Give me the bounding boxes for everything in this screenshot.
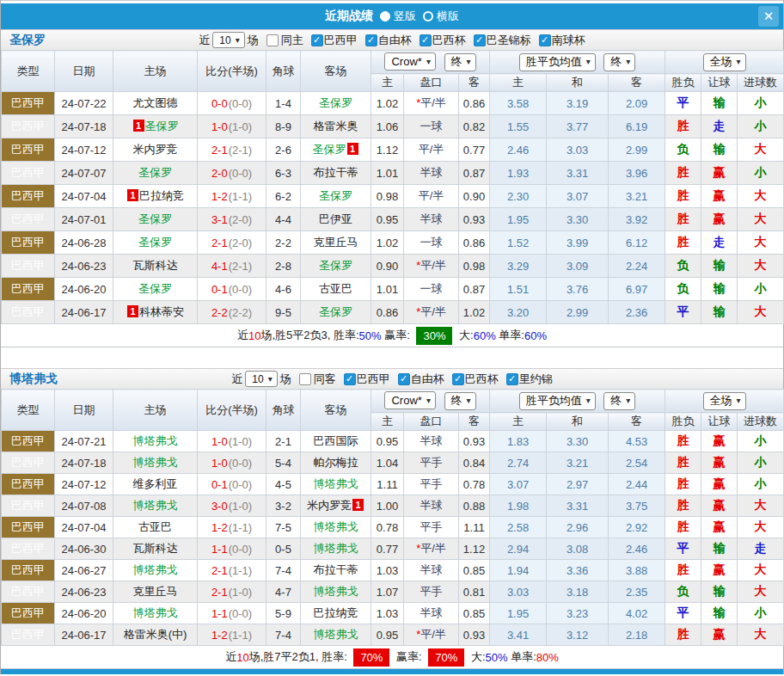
odds-home: 1.03 xyxy=(371,603,404,624)
mean-draw-odds: 3.09 xyxy=(547,255,609,278)
corner-score: 4-7 xyxy=(266,581,301,603)
match-row: 巴西甲24-06-28圣保罗2-1(2-0)2-2克里丘马1.02一球0.861… xyxy=(2,231,784,255)
league-checkbox[interactable]: ✓ xyxy=(452,373,464,385)
corner-score: 0-5 xyxy=(266,538,301,560)
match-type: 巴西甲 xyxy=(2,162,55,185)
league-checkbox[interactable]: ✓ xyxy=(365,34,377,46)
odds-source-select[interactable]: Crow* ▾ xyxy=(384,52,435,71)
mean-away-odds: 6.97 xyxy=(609,278,665,301)
odds-away: 0.87 xyxy=(459,162,490,185)
mean-away-odds: 3.75 xyxy=(609,495,665,517)
chevron-down-icon: ▾ xyxy=(737,58,741,66)
games-count-select[interactable]: 10 ▾ xyxy=(245,371,277,387)
games-count-select[interactable]: 10 ▾ xyxy=(212,32,244,48)
league-checkbox[interactable]: ✓ xyxy=(398,373,410,385)
subcol-odds-away: 客 xyxy=(459,74,490,92)
horizontal-layout-radio[interactable] xyxy=(423,11,433,22)
result-wdl: 负 xyxy=(665,278,701,301)
mean-time-select[interactable]: 终 ▾ xyxy=(603,392,635,410)
team-name: 巴西国际 xyxy=(314,434,358,447)
summary-segment: 场,胜7平2负1, 胜率: xyxy=(249,649,351,665)
subcol-mean-home: 主 xyxy=(490,74,547,92)
mean-time-select[interactable]: 终 ▾ xyxy=(603,53,635,71)
mean-type-select[interactable]: 胜平负均值 ▾ xyxy=(519,53,596,71)
league-checkbox[interactable]: ✓ xyxy=(539,34,551,46)
league-label: 巴西甲 xyxy=(357,372,390,387)
near-label: 近 xyxy=(199,33,210,48)
handicap-line: 一球 xyxy=(404,278,459,301)
mean-home-odds: 2.30 xyxy=(490,185,547,208)
odds-home: 1.06 xyxy=(371,115,404,138)
close-icon[interactable]: ✕ xyxy=(758,6,779,27)
result-handicap: 赢 xyxy=(701,452,738,474)
same-venue-checkbox[interactable] xyxy=(299,373,311,385)
vertical-layout-radio[interactable] xyxy=(380,11,390,22)
league-checkbox[interactable]: ✓ xyxy=(420,34,432,46)
result-goals: 小 xyxy=(738,431,784,452)
away-team: 布拉干蒂 xyxy=(301,560,371,581)
mean-time-value: 终 xyxy=(610,54,622,70)
chevron-down-icon: ▾ xyxy=(426,58,431,66)
match-row: 巴西甲24-06-20博塔弗戈1-1(0-0)5-9巴拉纳竞1.03半球0.85… xyxy=(2,603,784,624)
odds-time-select[interactable]: 终 ▾ xyxy=(444,392,476,410)
corner-score: 2-6 xyxy=(266,138,301,162)
mean-draw-odds: 3.08 xyxy=(547,538,609,560)
mean-type-select[interactable]: 胜平负均值 ▾ xyxy=(519,392,596,410)
away-team: 博塔弗戈 xyxy=(301,517,371,538)
match-date: 24-07-04 xyxy=(55,185,113,208)
mean-home-odds: 1.51 xyxy=(490,278,547,301)
scope-select[interactable]: 全场 ▾ xyxy=(703,392,746,410)
summary-segment: 大: xyxy=(468,649,485,665)
match-date: 24-07-04 xyxy=(55,517,113,538)
result-wdl: 平 xyxy=(665,301,701,324)
match-score: 2-1(1-0) xyxy=(198,581,266,603)
team-name: 瓦斯科达 xyxy=(133,259,178,272)
summary-segment: 单率: xyxy=(508,649,536,665)
match-score: 0-1(0-0) xyxy=(198,278,266,301)
scope-select[interactable]: 全场 ▾ xyxy=(703,53,746,71)
league-checkbox[interactable]: ✓ xyxy=(474,34,486,46)
mean-home-odds: 1.98 xyxy=(490,495,547,517)
result-handicap: 赢 xyxy=(701,495,738,517)
window-title: 近期战绩 xyxy=(325,9,373,24)
team-name: 博塔弗戈 xyxy=(133,606,178,619)
mean-away-odds: 2.92 xyxy=(609,517,665,538)
near-label: 近 xyxy=(231,372,242,387)
team-name: 圣保罗 xyxy=(313,143,346,156)
filter-bar: 博塔弗戈 近 10 ▾ 场 同客 ✓巴西甲✓自由杯✓巴西杯✓里约锦 xyxy=(1,368,783,389)
handicap-line: 一球 xyxy=(404,231,459,255)
away-team: 圣保罗 xyxy=(301,92,371,115)
away-team: 格雷米奥 xyxy=(301,115,371,138)
odds-source-select[interactable]: Crow* ▾ xyxy=(384,391,435,409)
odds-away: 0.85 xyxy=(459,560,490,581)
league-checkbox[interactable]: ✓ xyxy=(506,373,518,385)
home-team: 格雷米奥(中) xyxy=(113,624,198,646)
odds-home: 0.95 xyxy=(371,208,404,231)
odds-away: 1.12 xyxy=(459,538,490,560)
team-name: 巴拉纳竞 xyxy=(314,606,358,619)
result-wdl: 平 xyxy=(665,538,701,560)
col-away: 客场 xyxy=(301,390,371,431)
same-venue-checkbox[interactable] xyxy=(266,34,279,46)
mean-draw-odds: 3.21 xyxy=(547,452,609,474)
odds-home: 0.95 xyxy=(371,431,404,452)
results-table: 类型 日期 主场 比分(半场) 角球 客场 Crow* ▾ 终 ▾ xyxy=(1,389,784,646)
summary-segment: 大: xyxy=(456,328,473,343)
result-wdl: 胜 xyxy=(665,560,701,581)
odds-home: 1.01 xyxy=(371,278,404,301)
scope-value: 全场 xyxy=(710,54,732,70)
mean-away-odds: 2.99 xyxy=(609,138,665,162)
league-checkbox[interactable]: ✓ xyxy=(311,34,323,46)
league-filter-group: ✓巴西甲✓自由杯✓巴西杯✓里约锦 xyxy=(339,372,553,387)
mean-away-odds: 2.54 xyxy=(609,452,665,474)
handicap-line: *平/半 xyxy=(404,301,459,324)
league-checkbox[interactable]: ✓ xyxy=(344,373,356,385)
odds-away: 0.81 xyxy=(459,581,490,603)
result-goals: 大 xyxy=(738,301,784,324)
summary-segment: 60% xyxy=(524,329,547,342)
odds-away: 1.11 xyxy=(459,517,490,538)
handicap-line: 平手 xyxy=(404,581,459,603)
home-team: 博塔弗戈 xyxy=(113,431,198,452)
bottom-bar xyxy=(1,669,783,674)
odds-time-select[interactable]: 终 ▾ xyxy=(444,53,476,71)
